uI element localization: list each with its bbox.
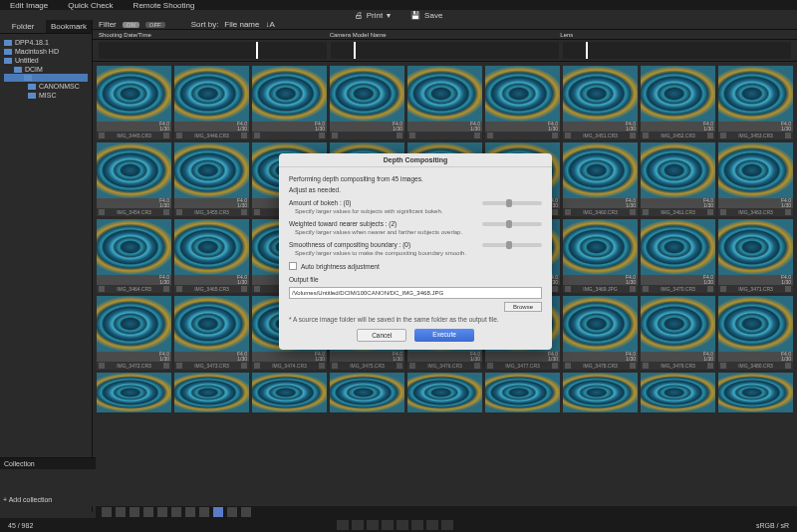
thumbnail[interactable]: F4.01/30ISO200IMG_3460.CR3	[563, 142, 638, 216]
col-lens[interactable]: Lens	[560, 30, 791, 39]
thumbnail[interactable]: F4.01/30ISO200	[330, 66, 404, 139]
check-icon	[630, 133, 636, 138]
quick-check-menu[interactable]: Quick Check	[68, 1, 113, 10]
tree-item-misc[interactable]: MISC	[4, 91, 88, 100]
status-tool-3[interactable]	[367, 520, 379, 530]
thumbnail[interactable]: F4.01/30ISO100IMG_3478.CR3	[563, 296, 638, 370]
auto-brightness-checkbox[interactable]: Auto brightness adjustment	[289, 262, 542, 270]
thumbnail[interactable]	[641, 373, 715, 412]
view-detail-icon[interactable]	[199, 507, 209, 517]
collection-header[interactable]: Collection	[0, 458, 96, 469]
browse-button[interactable]: Browse	[504, 302, 542, 312]
thumbnail[interactable]	[174, 373, 249, 412]
thumbnail[interactable]	[252, 373, 327, 412]
add-collection-button[interactable]: + Add collection	[0, 493, 96, 506]
thumbnail[interactable]: F4.01/30ISO100IMG_3470.CR3	[641, 219, 715, 293]
thumbnail[interactable]: F4.01/30ISO200IMG_3454.CR3	[97, 142, 171, 216]
checkbox-icon[interactable]	[289, 262, 297, 270]
thumb-exif: F4.01/30ISO100	[174, 275, 249, 285]
tree-item-100canon[interactable]	[4, 74, 88, 82]
thumbnail[interactable]: F4.01/30ISO200	[407, 66, 482, 139]
view-grid-icon[interactable]	[213, 507, 223, 517]
status-tool-2[interactable]	[352, 520, 364, 530]
status-tool-6[interactable]	[411, 520, 423, 530]
tree-item-canonmsc[interactable]: CANONMSC	[4, 82, 88, 91]
remote-shooting-menu[interactable]: Remote Shooting	[133, 1, 195, 10]
thumb-filename-bar: IMG_3478.CR3	[563, 362, 638, 370]
thumb-filename-bar: IMG_3473.CR3	[174, 362, 249, 370]
thumbnail[interactable]: F4.01/30ISO200IMG_3451.CR3	[563, 66, 638, 139]
filter-off-button[interactable]: OFF	[145, 22, 165, 28]
tab-bookmark[interactable]: Bookmark	[46, 20, 92, 33]
thumbnail[interactable]: F4.01/30ISO200IMG_3461.CR3	[641, 142, 715, 216]
edit-image-menu[interactable]: Edit Image	[10, 1, 48, 10]
view-thumb-s-icon[interactable]	[143, 507, 153, 517]
view-thumb-m-icon[interactable]	[157, 507, 167, 517]
thumbnail[interactable]: F4.01/30ISO100IMG_3471.CR3	[718, 219, 793, 293]
thumbnail[interactable]: F4.01/30ISO100IMG_3479.CR3	[641, 296, 715, 370]
status-tool-5[interactable]	[397, 520, 408, 530]
nearer-slider[interactable]	[482, 222, 542, 226]
sort-dropdown[interactable]: File name	[224, 20, 259, 29]
raw-icon	[720, 209, 726, 215]
filter-on-button[interactable]: ON	[123, 22, 139, 28]
view-pin-icon[interactable]	[116, 507, 126, 517]
smooth-label: Smoothness of compositing boundary : (0)	[289, 241, 410, 248]
status-tool-1[interactable]	[337, 520, 349, 530]
top-menubar: Edit Image Quick Check Remote Shooting	[0, 0, 797, 10]
col-datetime[interactable]: Shooting Date/Time	[99, 30, 330, 39]
check-icon	[707, 363, 713, 369]
view-single-icon[interactable]	[241, 507, 251, 517]
thumbnail[interactable]: F4.01/30ISO200IMG_3453.CR3	[718, 66, 793, 139]
view-list-icon[interactable]	[185, 507, 195, 517]
save-button[interactable]: 💾 Save	[410, 11, 442, 20]
tree-item-macintoshhd[interactable]: Macintosh HD	[4, 47, 88, 56]
thumbnail[interactable]	[718, 373, 793, 412]
thumb-filename-bar: IMG_3474.CR3	[252, 362, 327, 370]
thumbnail[interactable]: F4.01/30ISO100IMG_3469.JPG	[563, 219, 638, 293]
thumbnail[interactable]	[407, 373, 482, 412]
print-button[interactable]: 🖨 Print ▾	[355, 11, 391, 20]
thumbnail[interactable]: F4.01/30ISO200	[485, 66, 560, 139]
thumb-image	[563, 373, 638, 412]
sort-asc-icon[interactable]: ↓A	[265, 20, 274, 29]
col-camera[interactable]: Camera Model Name	[330, 30, 561, 39]
view-refresh-icon[interactable]	[102, 507, 112, 517]
cancel-button[interactable]: Cancel	[357, 329, 406, 342]
thumbnail[interactable]	[563, 373, 638, 412]
thumbnail[interactable]	[330, 373, 404, 412]
thumbnail[interactable]: F4.01/30ISO200IMG_3463.CR3	[718, 142, 793, 216]
folder-icon	[24, 75, 32, 81]
tree-item-dcim[interactable]: DCIM	[4, 65, 88, 74]
thumbnail[interactable]: F4.01/30ISO200IMG_3446.CR3	[174, 66, 249, 139]
view-circle-icon[interactable]	[130, 507, 139, 517]
tree-item-untitled[interactable]: Untitled	[4, 56, 88, 65]
thumbnail[interactable]: F4.01/30ISO200IMG_3455.CR3	[174, 142, 249, 216]
thumbnail[interactable]: F4.01/30ISO100IMG_3465.CR3	[174, 219, 249, 293]
status-tool-4[interactable]	[382, 520, 394, 530]
view-thumb-l-icon[interactable]	[171, 507, 181, 517]
output-path-field[interactable]: /Volumes/Untitled/DCIM/100CANON/DC_IMG_3…	[289, 287, 542, 299]
thumbnail[interactable]: F4.01/30ISO100IMG_3473.CR3	[174, 296, 249, 370]
thumbnail[interactable]	[97, 373, 171, 412]
thumb-exif: F4.01/30ISO200	[174, 122, 249, 132]
bokeh-slider[interactable]	[482, 201, 542, 205]
view-multi-icon[interactable]	[227, 507, 237, 517]
thumbnail[interactable]: F4.01/30ISO100IMG_3480.CR3	[718, 296, 793, 370]
smooth-slider[interactable]	[482, 243, 542, 247]
raw-icon	[99, 363, 105, 369]
thumbnail[interactable]	[485, 373, 560, 412]
status-tool-7[interactable]	[426, 520, 438, 530]
tab-folder[interactable]: Folder	[0, 20, 46, 33]
check-icon	[630, 209, 636, 215]
thumbnail[interactable]: F4.01/30ISO100IMG_3472.CR3	[97, 296, 171, 370]
status-tool-8[interactable]	[441, 520, 453, 530]
execute-button[interactable]: Execute	[414, 329, 474, 342]
thumbnail[interactable]: F4.01/30ISO200IMG_3445.CR3	[97, 66, 171, 139]
thumbnail[interactable]: F4.01/30ISO100IMG_3464.CR3	[97, 219, 171, 293]
thumb-image	[174, 373, 249, 412]
thumbnail[interactable]: F4.01/30ISO200	[252, 66, 327, 139]
thumb-filename-bar: IMG_3461.CR3	[641, 208, 715, 216]
tree-item-dpp4181[interactable]: DPP4.18.1	[4, 38, 88, 47]
thumbnail[interactable]: F4.01/30ISO200IMG_3452.CR3	[641, 66, 715, 139]
